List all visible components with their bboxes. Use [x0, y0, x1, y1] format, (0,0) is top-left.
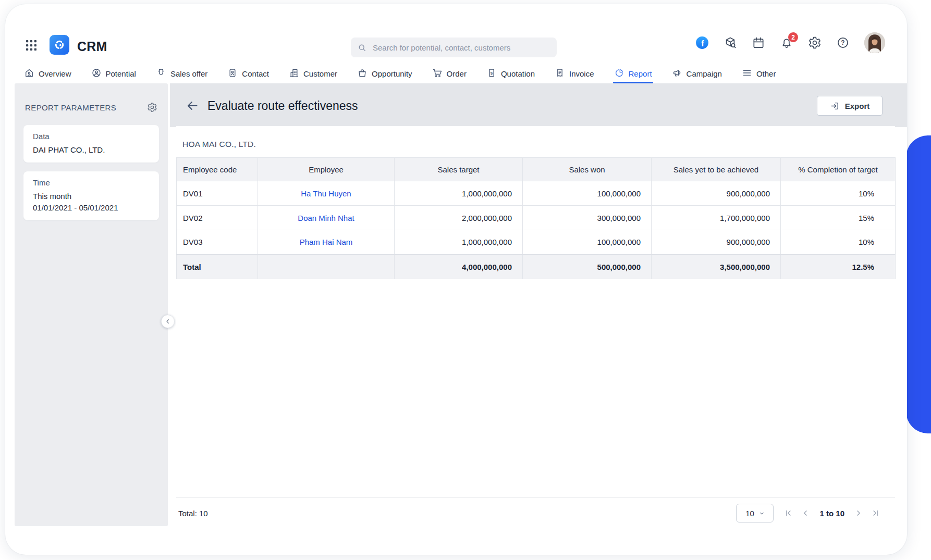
employee-cell: Pham Hai Nam	[258, 230, 395, 255]
company-name: HOA MAI CO., LTD.	[182, 140, 895, 149]
report-parameters-panel: REPORT PARAMETERS DataDAI PHAT CO., LTD.…	[15, 83, 168, 526]
table-footer: Total: 10 10 1 to 10	[176, 497, 895, 529]
page-next-icon[interactable]	[853, 507, 864, 519]
nav-item-quotation[interactable]: $Quotation	[486, 64, 535, 83]
help-icon[interactable]: ?	[836, 36, 850, 49]
megaphone-icon	[672, 68, 682, 80]
app-launcher-grid-icon[interactable]	[23, 38, 39, 53]
nav-item-label: Quotation	[501, 69, 535, 78]
nav-item-report[interactable]: Report	[614, 64, 652, 83]
nav-item-label: Order	[447, 69, 467, 78]
table-row: DV01Ha Thu Huyen1,000,000,000100,000,000…	[177, 181, 896, 206]
param-card-value: This month	[33, 191, 150, 202]
parameter-cards: DataDAI PHAT CO., LTD.TimeThis month01/0…	[23, 125, 159, 220]
column-header--completion-of-target: % Completion of target	[781, 158, 896, 181]
sales-target-cell: 1,000,000,000	[395, 181, 523, 206]
global-search	[351, 38, 557, 57]
completion-cell: 10%	[781, 181, 896, 206]
nav-item-order[interactable]: Order	[432, 64, 467, 83]
page-size-value: 10	[745, 509, 754, 518]
page-prev-icon[interactable]	[800, 507, 811, 519]
export-button[interactable]: Export	[817, 96, 883, 116]
employee-code-cell: DV01	[177, 181, 258, 206]
nav-item-potential[interactable]: Potential	[91, 64, 136, 83]
search-icon	[357, 43, 367, 53]
employee-code-cell: DV02	[177, 206, 258, 230]
gear-icon[interactable]	[808, 36, 822, 49]
magnet-icon	[156, 68, 166, 80]
pagination: 10 1 to 10	[736, 504, 895, 522]
param-card-value: DAI PHAT CO., LTD.	[33, 144, 150, 156]
total-cell: 500,000,000	[523, 255, 652, 279]
nav-item-campaign[interactable]: Campaign	[672, 64, 722, 83]
sales-won-cell: 100,000,000	[523, 181, 652, 206]
nav-item-overview[interactable]: Overview	[24, 64, 71, 83]
bag-icon	[357, 68, 368, 80]
param-card-data[interactable]: DataDAI PHAT CO., LTD.	[23, 125, 159, 163]
employee-link[interactable]: Ha Thu Huyen	[301, 189, 351, 198]
page-title: Evaluate route effectiveness	[207, 99, 358, 113]
facebook-icon[interactable]: f	[695, 36, 709, 49]
total-cell: 4,000,000,000	[395, 255, 523, 279]
sales-target-cell: 1,000,000,000	[395, 230, 523, 255]
page-range-label: 1 to 10	[819, 509, 844, 518]
calendar-icon[interactable]	[752, 36, 765, 49]
page-last-icon[interactable]	[869, 507, 881, 519]
sales-won-cell: 100,000,000	[523, 230, 652, 255]
nav-item-sales-offer[interactable]: Sales offer	[156, 64, 207, 83]
column-header-sales-won: Sales won	[523, 158, 652, 181]
svg-text:$: $	[491, 70, 493, 75]
export-icon	[830, 101, 840, 111]
table-row: DV02Doan Minh Nhat2,000,000,000300,000,0…	[177, 206, 896, 230]
param-card-value: 01/01/2021 - 05/01/2021	[33, 202, 150, 214]
nav-item-invoice[interactable]: Invoice	[555, 64, 594, 83]
parameters-gear-icon[interactable]	[147, 102, 157, 113]
nav-item-contact[interactable]: Contact	[227, 64, 269, 83]
employee-cell: Doan Minh Nhat	[258, 206, 395, 230]
param-card-time[interactable]: TimeThis month01/01/2021 - 05/01/2021	[23, 171, 159, 220]
page-first-icon[interactable]	[783, 507, 794, 519]
user-circle-icon	[91, 68, 102, 80]
report-table: Employee codeEmployeeSales targetSales w…	[176, 157, 896, 279]
sidebar-collapse-button[interactable]	[161, 315, 175, 328]
employee-code-cell: DV03	[177, 230, 258, 255]
nav-item-label: Report	[629, 69, 652, 78]
menu-icon	[742, 68, 752, 80]
param-card-label: Data	[33, 132, 150, 141]
employee-link[interactable]: Doan Minh Nhat	[298, 214, 354, 222]
employee-link[interactable]: Pham Hai Nam	[300, 238, 353, 246]
bell-icon[interactable]: 2	[780, 36, 793, 49]
screenshot-stage: CRM f2? OverviewPotentialSales offerCont…	[0, 0, 931, 560]
column-header-sales-target: Sales target	[395, 158, 523, 181]
total-cell	[258, 255, 395, 279]
total-cell: 12.5%	[781, 255, 896, 279]
svg-text:?: ?	[841, 39, 844, 46]
employee-cell: Ha Thu Huyen	[258, 181, 395, 206]
nav-item-customer[interactable]: Customer	[289, 64, 337, 83]
table-total-row: Total4,000,000,000500,000,0003,500,000,0…	[177, 255, 896, 279]
user-avatar[interactable]	[864, 32, 885, 53]
sales-remaining-cell: 900,000,000	[652, 181, 781, 206]
page-size-select[interactable]: 10	[736, 504, 774, 522]
main-nav: OverviewPotentialSales offerContactCusto…	[24, 64, 776, 83]
app-window: CRM f2? OverviewPotentialSales offerCont…	[5, 4, 907, 555]
nav-item-other[interactable]: Other	[742, 64, 776, 83]
param-card-label: Time	[33, 178, 150, 187]
table-row: DV03Pham Hai Nam1,000,000,000100,000,000…	[177, 230, 896, 255]
nav-item-label: Opportunity	[372, 69, 412, 78]
completion-cell: 10%	[781, 230, 896, 255]
cube-search-icon[interactable]	[724, 36, 737, 49]
back-arrow-icon[interactable]	[186, 99, 199, 113]
nav-item-opportunity[interactable]: Opportunity	[357, 64, 412, 83]
home-icon	[24, 68, 34, 80]
sidebar-title: REPORT PARAMETERS	[25, 103, 116, 112]
search-input[interactable]	[372, 43, 550, 53]
nav-item-label: Overview	[39, 69, 71, 78]
pager-controls: 1 to 10	[783, 507, 881, 519]
building-icon	[289, 68, 299, 80]
nav-item-label: Customer	[303, 69, 337, 78]
export-label: Export	[845, 102, 870, 110]
total-count-label: Total: 10	[178, 509, 208, 518]
column-header-sales-yet-to-be-achieved: Sales yet to be achieved	[652, 158, 781, 181]
sales-won-cell: 300,000,000	[523, 206, 652, 230]
